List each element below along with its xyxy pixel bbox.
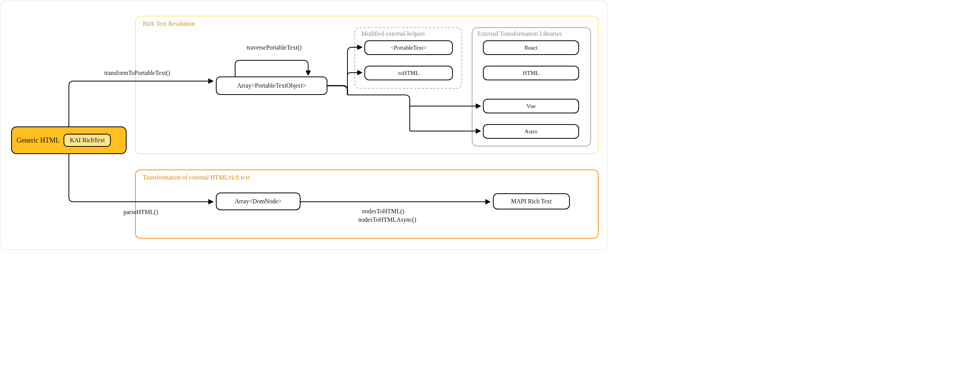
edge-label-traverse-pt: traversePortableText() xyxy=(247,44,302,51)
edge-label-transform-to-pt: transformToPortableText() xyxy=(104,70,170,76)
node-to-html: toHTML xyxy=(364,66,453,80)
group-modified-helpers-title: Modified external helpers xyxy=(361,30,425,37)
edge-label-nodes-to-html-2: nodesToHTMLAsync() xyxy=(358,216,416,223)
node-array-dom-label: Array<DomNode> xyxy=(235,198,282,205)
node-vue: Vue xyxy=(483,99,579,113)
group-external-transform-title: Transformation of external HTML/rich tex… xyxy=(143,174,250,181)
node-html-lib: HTML xyxy=(483,66,579,80)
group-external-libs-title: External Transformation Libraries xyxy=(477,30,562,37)
node-html-lib-label: HTML xyxy=(523,70,539,76)
node-mapi-rich-text: MAPI Rich Text xyxy=(493,193,570,209)
node-source: Generic HTML KAI RichText xyxy=(11,126,127,154)
node-mapi-rich-text-label: MAPI Rich Text xyxy=(511,198,552,205)
diagram-canvas: Rich Text Resolution Transformation of e… xyxy=(0,0,608,250)
group-rich-text-resolution-title: Rich Text Resolution xyxy=(143,20,195,27)
node-astro: Astro xyxy=(483,124,579,139)
node-portable-text: <PortableText> xyxy=(364,40,453,55)
node-array-dom: Array<DomNode> xyxy=(216,193,301,210)
node-vue-label: Vue xyxy=(526,103,536,110)
node-astro-label: Astro xyxy=(524,128,537,135)
node-source-outer-label: Generic HTML xyxy=(17,136,60,145)
edge-label-nodes-to-html-1: nodesToHTML() xyxy=(362,208,404,215)
node-react: React xyxy=(483,40,579,55)
node-portable-text-label: <PortableText> xyxy=(391,45,426,51)
node-react-label: React xyxy=(524,45,538,51)
node-source-inner: KAI RichText xyxy=(63,134,111,147)
node-to-html-label: toHTML xyxy=(398,70,419,76)
node-array-portable-text-label: Array<PortableTextObject> xyxy=(237,82,306,89)
edge-label-parse-html: parseHTML() xyxy=(124,209,158,216)
node-array-portable-text: Array<PortableTextObject> xyxy=(216,76,327,95)
